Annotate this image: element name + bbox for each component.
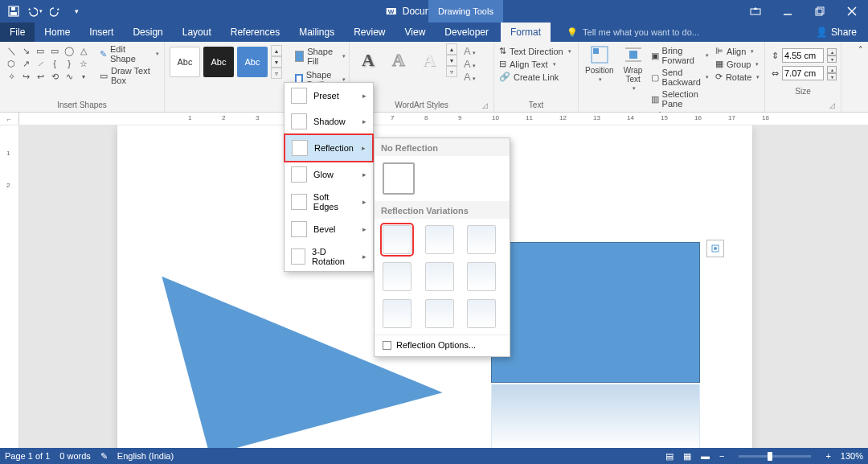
tab-mailings[interactable]: Mailings (289, 23, 344, 42)
wordart-gallery-down[interactable]: ▾ (446, 55, 457, 66)
create-link-button[interactable]: 🔗Create Link (497, 71, 573, 83)
shape-fill-button[interactable]: Shape Fill▾ (290, 45, 350, 68)
restore-button[interactable] (804, 0, 836, 23)
align-text-button[interactable]: ⊟Align Text▾ (497, 58, 573, 70)
rotate-button[interactable]: ⟳Rotate▾ (714, 71, 761, 83)
text-effects-button[interactable]: A▾ (464, 71, 476, 83)
status-words[interactable]: 0 words (59, 451, 91, 461)
wordart-launcher[interactable]: ◿ (482, 101, 492, 111)
size-launcher[interactable]: ◿ (829, 101, 839, 111)
tab-review[interactable]: Review (344, 23, 395, 42)
redo-icon[interactable] (47, 2, 64, 20)
qat-customize-icon[interactable]: ▾ (68, 2, 85, 20)
status-page[interactable]: Page 1 of 1 (5, 451, 50, 461)
shape-style-thumb-2[interactable]: Abc (203, 47, 234, 77)
tab-format[interactable]: Format (501, 23, 551, 42)
wordart-gallery-up[interactable]: ▴ (446, 43, 457, 55)
shape-style-thumb-3[interactable]: Abc (237, 47, 268, 77)
align-icon: ⊫ (715, 46, 723, 56)
status-spellcheck-icon[interactable]: ✎ (100, 451, 108, 462)
width-up[interactable]: ▴ (827, 66, 837, 73)
menu-bevel[interactable]: Bevel▸ (285, 216, 373, 242)
zoom-slider[interactable] (739, 455, 811, 458)
layout-options-icon[interactable] (706, 240, 724, 257)
shapes-gallery[interactable]: ＼↘▭▭◯△ ⬡↗⟋{}☆ ✧↪↩⟲∿▾ (5, 45, 90, 82)
height-input[interactable] (782, 48, 824, 63)
collapse-ribbon-icon[interactable]: ˄ (854, 42, 868, 112)
shape-width-field[interactable]: ⇔ ▴▾ (772, 66, 834, 80)
undo-icon[interactable]: ▾ (26, 2, 43, 20)
zoom-out-button[interactable]: − (719, 451, 724, 461)
width-down[interactable]: ▾ (827, 73, 837, 80)
reflection-variation-2[interactable] (425, 225, 454, 254)
selection-pane-button[interactable]: ▥Selection Pane (649, 88, 710, 109)
wordart-thumb-3[interactable]: A (414, 45, 444, 76)
view-web-layout-icon[interactable]: ▬ (701, 451, 710, 461)
position-button[interactable]: Position▾ (582, 43, 617, 84)
shape-style-thumb-1[interactable]: Abc (170, 47, 200, 77)
reflection-variation-6[interactable] (467, 262, 496, 291)
tab-design[interactable]: Design (123, 23, 172, 42)
view-read-mode-icon[interactable]: ▤ (665, 451, 674, 462)
wordart-thumb-2[interactable]: A (383, 45, 414, 76)
width-input[interactable] (782, 66, 824, 80)
reflection-variation-8[interactable] (425, 299, 454, 328)
menu-reflection[interactable]: Reflection▸ (285, 134, 373, 162)
height-up[interactable]: ▴ (827, 48, 837, 55)
reflection-none[interactable] (383, 162, 415, 195)
link-icon: 🔗 (499, 72, 510, 82)
edit-shape-button[interactable]: ✎Edit Shape▾ (98, 43, 161, 64)
tab-file[interactable]: File (0, 23, 35, 42)
tab-home[interactable]: Home (35, 23, 80, 42)
bring-forward-icon: ▣ (651, 51, 659, 61)
height-down[interactable]: ▾ (827, 55, 837, 63)
style-gallery-up[interactable]: ▴ (271, 45, 282, 56)
wordart-gallery-more[interactable]: ▿ (446, 66, 457, 77)
zoom-level[interactable]: 130% (841, 451, 863, 461)
zoom-in-button[interactable]: + (825, 451, 830, 461)
shape-rectangle[interactable] (491, 242, 700, 383)
menu-3d-rotation[interactable]: 3-D Rotation▸ (285, 242, 373, 271)
text-outline-button[interactable]: A▾ (464, 58, 476, 70)
svg-rect-8 (817, 7, 824, 14)
group-button[interactable]: ▦Group▾ (714, 58, 761, 70)
menu-preset[interactable]: Preset▸ (285, 83, 373, 109)
reflection-variation-9[interactable] (467, 299, 496, 328)
minimize-button[interactable] (772, 0, 804, 23)
menu-glow[interactable]: Glow▸ (285, 162, 373, 187)
reflection-variation-1[interactable] (383, 225, 411, 254)
style-gallery-down[interactable]: ▾ (271, 56, 282, 68)
shape-height-field[interactable]: ⇕ ▴▾ (772, 48, 834, 63)
tab-references[interactable]: References (221, 23, 289, 42)
tell-me-search[interactable]: 💡Tell me what you want to do... (567, 23, 699, 42)
tab-insert[interactable]: Insert (80, 23, 123, 42)
style-gallery-more[interactable]: ▿ (271, 68, 282, 79)
draw-text-box-button[interactable]: ▭Draw Text Box (98, 65, 161, 86)
align-button[interactable]: ⊫Align▾ (714, 45, 761, 57)
wrap-text-button[interactable]: Wrap Text▾ (620, 43, 646, 93)
horizontal-ruler[interactable]: ⌐ 123456789101112131415161718 (0, 113, 868, 125)
send-backward-button[interactable]: ▢Send Backward▾ (649, 67, 710, 88)
text-direction-button[interactable]: ⇅Text Direction▾ (497, 45, 573, 57)
tab-view[interactable]: View (395, 23, 436, 42)
status-language[interactable]: English (India) (117, 451, 174, 461)
reflection-variation-4[interactable] (383, 262, 411, 291)
menu-shadow[interactable]: Shadow▸ (285, 109, 373, 134)
ribbon-options-icon[interactable] (739, 0, 772, 23)
tab-layout[interactable]: Layout (173, 23, 221, 42)
text-fill-button[interactable]: A▾ (464, 45, 476, 57)
view-print-layout-icon[interactable]: ▦ (683, 451, 691, 462)
reflection-variation-3[interactable] (467, 225, 496, 254)
reflection-options[interactable]: Reflection Options... (375, 335, 510, 355)
vertical-ruler[interactable]: 1 2 (0, 125, 19, 448)
reflection-variation-5[interactable] (425, 262, 454, 291)
shape-effects-menu: Preset▸ Shadow▸ Reflection▸ Glow▸ Soft E… (284, 82, 374, 272)
bring-forward-button[interactable]: ▣Bring Forward▾ (649, 45, 710, 66)
close-button[interactable] (836, 0, 868, 23)
reflection-variation-7[interactable] (383, 299, 411, 328)
menu-soft-edges[interactable]: Soft Edges▸ (285, 187, 373, 216)
tab-developer[interactable]: Developer (435, 23, 498, 42)
wordart-thumb-1[interactable]: A (353, 45, 383, 76)
save-icon[interactable] (5, 2, 23, 20)
share-button[interactable]: 👤Share (805, 23, 868, 42)
